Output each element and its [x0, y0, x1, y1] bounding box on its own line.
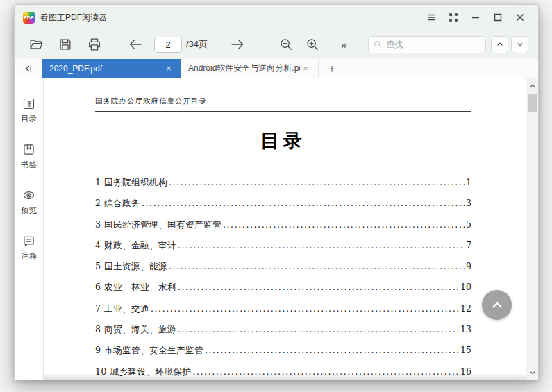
toc-entry-label: 6 农业、林业、水利 — [95, 282, 176, 293]
toc-entry-page: 16 — [460, 366, 471, 377]
new-tab-button[interactable]: ＋ — [319, 59, 345, 78]
toc-entry-label: 4 财政、金融、审计 — [95, 240, 176, 252]
zoom-out-button[interactable] — [274, 34, 298, 55]
toc-dot-leader — [178, 322, 459, 335]
toc-entry-label: 7 工业、交通 — [95, 303, 149, 315]
toc-entry-page: 1 — [466, 177, 471, 187]
toc-entry-page: 7 — [466, 240, 471, 250]
tab-label: Android软件安全与逆向分析.pdf — [188, 62, 300, 74]
toc-entry[interactable]: 7 工业、交通12 — [95, 301, 471, 322]
toc-entry-page: 13 — [460, 324, 471, 334]
tab-label: 2020_PDF.pdf — [49, 64, 163, 74]
sidebar-item-label: 预览 — [21, 205, 37, 216]
toc-entry-label: 8 商贸、海关、旅游 — [95, 324, 176, 336]
toc-entry-label: 2 综合政务 — [95, 198, 140, 210]
main-area: 目录 书签 预览 注释 国务院办公厅政府信息公开目录 目录 1 国务院组织机构1 — [15, 78, 538, 380]
scrollbar-down-icon[interactable] — [526, 367, 538, 378]
save-button[interactable] — [53, 34, 77, 55]
toc-entry[interactable]: 4 财政、金融、审计7 — [95, 238, 471, 259]
previous-page-button[interactable] — [124, 34, 147, 55]
sidebar-item-bookmarks[interactable]: 书签 — [21, 142, 37, 170]
vertical-scrollbar[interactable] — [526, 78, 538, 380]
comment-icon — [22, 234, 36, 248]
minimize-button[interactable] — [465, 8, 487, 27]
toc-entry-page: 10 — [460, 282, 471, 292]
toc-entry[interactable]: 8 商贸、海关、旅游13 — [95, 322, 471, 343]
tab-document-2[interactable]: Android软件安全与逆向分析.pdf × — [181, 59, 319, 78]
toc-dot-leader — [151, 301, 459, 314]
toc-dot-leader — [169, 175, 465, 188]
open-file-button[interactable] — [24, 34, 48, 55]
search-input[interactable] — [386, 40, 476, 49]
close-button[interactable] — [509, 8, 531, 27]
title-bar: PDF 看图王PDF阅读器 — [15, 5, 538, 30]
bookmark-icon — [22, 142, 36, 157]
maximize-button[interactable] — [487, 8, 509, 27]
toc-list-icon — [22, 96, 36, 111]
pdf-page: 国务院办公厅政府信息公开目录 目录 1 国务院组织机构1 2 综合政务3 3 国… — [44, 78, 526, 380]
app-title: 看图王PDF阅读器 — [40, 12, 107, 24]
toolbar-divider — [115, 37, 115, 51]
find-previous-button[interactable] — [491, 36, 508, 53]
sidebar-item-label: 注释 — [21, 251, 37, 262]
toc-entry[interactable]: 9 市场监管、安全生产监管15 — [95, 343, 471, 364]
toc-entry-page: 3 — [466, 198, 471, 208]
toc-entry-label: 3 国民经济管理、国有资产监管 — [95, 219, 221, 231]
toc-dot-leader — [142, 196, 465, 209]
app-window: PDF 看图王PDF阅读器 — [14, 4, 539, 380]
page-total-label: /34页 — [186, 38, 208, 51]
tab-document-1[interactable]: 2020_PDF.pdf × — [42, 59, 181, 78]
tab-close-icon[interactable]: × — [300, 63, 311, 74]
sidebar-item-label: 目录 — [21, 114, 37, 124]
page-number-input[interactable] — [154, 37, 182, 53]
tab-bar: 2020_PDF.pdf × Android软件安全与逆向分析.pdf × ＋ — [15, 59, 538, 78]
scrollbar-up-icon[interactable] — [526, 80, 538, 92]
search-icon — [373, 40, 383, 49]
zoom-in-button[interactable] — [301, 34, 324, 55]
next-page-button[interactable] — [226, 34, 249, 55]
app-logo-icon: PDF — [23, 12, 35, 24]
toc-dot-leader — [178, 280, 459, 293]
toc-dot-leader — [178, 238, 465, 251]
eye-icon — [22, 188, 36, 203]
toc-entry-label: 10 城乡建设、环境保护 — [95, 366, 191, 378]
toc-entry-label: 5 国土资源、能源 — [95, 261, 167, 273]
table-of-contents: 1 国务院组织机构1 2 综合政务3 3 国民经济管理、国有资产监管5 4 财政… — [95, 175, 471, 380]
toc-entry[interactable]: 1 国务院组织机构1 — [95, 175, 471, 196]
header-rule — [95, 111, 471, 112]
toc-dot-leader — [192, 364, 459, 377]
toc-entry[interactable]: 6 农业、林业、水利10 — [95, 280, 471, 300]
collapse-sidebar-icon[interactable] — [15, 59, 42, 78]
document-title: 目录 — [95, 128, 471, 153]
toc-entry[interactable]: 5 国土资源、能源9 — [95, 259, 471, 280]
toc-entry-page: 5 — [466, 219, 471, 230]
toc-dot-leader — [223, 217, 465, 230]
toc-entry-label: 9 市场监管、安全生产监管 — [95, 345, 203, 357]
sidebar-item-preview[interactable]: 预览 — [21, 188, 37, 216]
more-tools-button[interactable]: » — [334, 35, 353, 54]
sidebar-item-toc[interactable]: 目录 — [21, 96, 37, 124]
toc-dot-leader — [169, 259, 465, 272]
app-logo-text: PDF — [24, 15, 34, 20]
toc-entry[interactable]: 2 综合政务3 — [95, 196, 471, 216]
print-button[interactable] — [83, 34, 106, 55]
toc-entry-page: 9 — [466, 261, 471, 271]
find-next-button[interactable] — [511, 36, 528, 53]
chevron-up-icon — [496, 40, 504, 49]
tab-close-icon[interactable]: × — [163, 63, 174, 74]
sidebar-item-annotations[interactable]: 注释 — [21, 234, 37, 262]
toc-entry-label: 1 国务院组织机构 — [95, 177, 167, 189]
menu-icon[interactable] — [420, 8, 442, 27]
toc-entry[interactable]: 10 城乡建设、环境保护16 — [95, 364, 471, 380]
scroll-to-top-button[interactable] — [482, 290, 512, 320]
toc-entry-page: 12 — [460, 303, 471, 314]
toc-dot-leader — [205, 343, 459, 356]
fullscreen-icon[interactable] — [442, 8, 465, 27]
scrollbar-thumb[interactable] — [528, 94, 537, 112]
toc-entry[interactable]: 3 国民经济管理、国有资产监管5 — [95, 217, 471, 238]
document-header: 国务院办公厅政府信息公开目录 — [95, 96, 207, 106]
search-box — [368, 36, 486, 53]
chevron-down-icon — [516, 40, 524, 49]
left-sidebar: 目录 书签 预览 注释 — [15, 78, 44, 380]
toolbar: /34页 » — [15, 30, 538, 59]
